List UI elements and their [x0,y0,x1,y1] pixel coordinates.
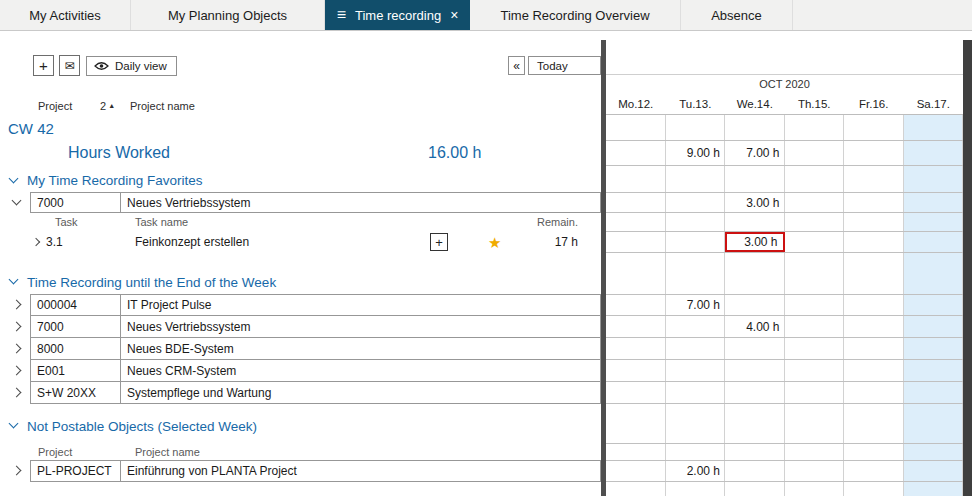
day-cell[interactable] [785,193,845,212]
day-header[interactable]: We.14. [725,95,785,114]
project-row[interactable]: 7000 Neues Vertriebssystem 3.00 h [0,192,972,213]
day-cell[interactable] [844,360,904,381]
day-cell[interactable]: 7.00 h [725,141,785,165]
day-cell[interactable] [904,316,964,337]
project-id-cell[interactable]: 8000 [30,338,121,360]
task-row[interactable]: 3.1 Feinkonzept erstellen + ★ 17 h 3.00 … [0,231,972,253]
column-header-project[interactable]: Project [38,97,72,115]
day-cell[interactable] [606,461,666,481]
day-cell[interactable] [904,193,964,212]
expand-row-icon[interactable] [12,344,22,354]
day-cell[interactable] [606,360,666,381]
day-cell[interactable] [725,461,785,481]
day-cell[interactable] [844,232,904,252]
day-cell[interactable] [725,382,785,403]
tab-my-planning-objects[interactable]: My Planning Objects [131,0,325,30]
project-name-cell[interactable]: Neues Vertriebssystem [121,192,601,213]
tab-time-recording-overview[interactable]: Time Recording Overview [470,0,681,30]
day-cell[interactable]: 9.00 h [666,141,726,165]
day-cell[interactable] [844,295,904,315]
day-cell[interactable] [666,232,726,252]
day-cell[interactable] [844,461,904,481]
mail-button[interactable]: ✉ [59,55,80,76]
day-cell[interactable] [725,338,785,359]
project-id-cell[interactable]: PL-PROJECT [30,460,121,482]
expand-row-icon[interactable] [12,322,22,332]
previous-week-button[interactable]: « [508,56,525,75]
project-id-cell[interactable]: 000004 [30,294,121,316]
highlighted-day-cell[interactable]: 3.00 h [725,232,785,252]
day-cell[interactable] [785,360,845,381]
day-cell[interactable] [785,338,845,359]
expand-row-icon[interactable] [12,300,22,310]
project-name-cell[interactable]: IT Project Pulse [121,294,601,316]
day-cell[interactable] [904,338,964,359]
add-button[interactable]: + [33,55,54,76]
project-row[interactable]: S+W 20XX Systempflege und Wartung [0,382,972,404]
day-cell[interactable] [904,295,964,315]
day-cell[interactable] [666,360,726,381]
day-cell[interactable] [785,461,845,481]
day-cell[interactable] [904,360,964,381]
tab-my-activities[interactable]: My Activities [0,0,131,30]
expand-row-icon[interactable] [12,388,22,398]
day-cell[interactable] [666,193,726,212]
tab-absence[interactable]: Absence [681,0,793,30]
day-cell[interactable] [666,316,726,337]
add-entry-button[interactable]: + [430,233,448,251]
day-cell[interactable] [606,316,666,337]
day-cell[interactable] [606,295,666,315]
day-cell[interactable] [844,382,904,403]
day-cell[interactable] [666,382,726,403]
project-name-cell[interactable]: Neues CRM-System [121,360,601,382]
collapse-section-icon[interactable] [9,275,19,285]
project-name-cell[interactable]: Neues BDE-System [121,338,601,360]
column-header-project-name[interactable]: Project name [130,97,195,115]
tab-time-recording[interactable]: ≡ Time recording × [325,0,470,30]
day-cell[interactable] [904,382,964,403]
collapse-section-icon[interactable] [9,173,19,183]
project-row[interactable]: 7000 Neues Vertriebssystem 4.00 h [0,316,972,338]
project-id-cell[interactable]: E001 [30,360,121,382]
day-header[interactable]: Th.15. [785,95,845,114]
day-cell[interactable]: 3.00 h [725,193,785,212]
day-cell[interactable] [785,141,845,165]
day-cell[interactable] [785,295,845,315]
menu-icon[interactable]: ≡ [337,7,346,23]
day-cell[interactable] [785,232,845,252]
collapse-section-icon[interactable] [9,419,19,429]
task-name[interactable]: Feinkonzept erstellen [135,231,249,253]
day-cell[interactable] [725,360,785,381]
day-cell[interactable] [844,316,904,337]
daily-view-button[interactable]: Daily view [86,56,177,76]
day-header[interactable]: Sa.17. [904,95,964,114]
project-id-cell[interactable]: 7000 [30,316,121,338]
project-name-cell[interactable]: Neues Vertriebssystem [121,316,601,338]
day-cell[interactable]: 7.00 h [666,295,726,315]
day-cell[interactable]: 4.00 h [725,316,785,337]
task-id[interactable]: 3.1 [46,231,63,253]
expand-row-icon[interactable] [12,366,22,376]
day-header[interactable]: Fr.16. [844,95,904,114]
project-name-cell[interactable]: Einführung von PLANTA Project [121,460,601,482]
close-tab-icon[interactable]: × [450,8,458,22]
day-cell[interactable] [606,232,666,252]
day-cell[interactable]: 2.00 h [666,461,726,481]
project-row[interactable]: PL-PROJECT Einführung von PLANTA Project… [0,460,972,482]
project-row[interactable]: E001 Neues CRM-System [0,360,972,382]
project-id-cell[interactable]: 7000 [30,192,121,213]
today-button[interactable]: Today [528,56,601,75]
day-cell[interactable] [606,193,666,212]
collapse-row-icon[interactable] [12,195,22,205]
project-row[interactable]: 8000 Neues BDE-System [0,338,972,360]
expand-row-icon[interactable] [12,466,22,476]
day-cell[interactable] [844,193,904,212]
day-cell[interactable] [904,461,964,481]
day-cell[interactable] [844,338,904,359]
project-id-cell[interactable]: S+W 20XX [30,382,121,404]
favorite-star-icon[interactable]: ★ [488,235,501,250]
project-name-cell[interactable]: Systempflege und Wartung [121,382,601,404]
project-row[interactable]: 000004 IT Project Pulse 7.00 h [0,294,972,316]
day-cell[interactable] [785,316,845,337]
day-cell[interactable] [606,382,666,403]
